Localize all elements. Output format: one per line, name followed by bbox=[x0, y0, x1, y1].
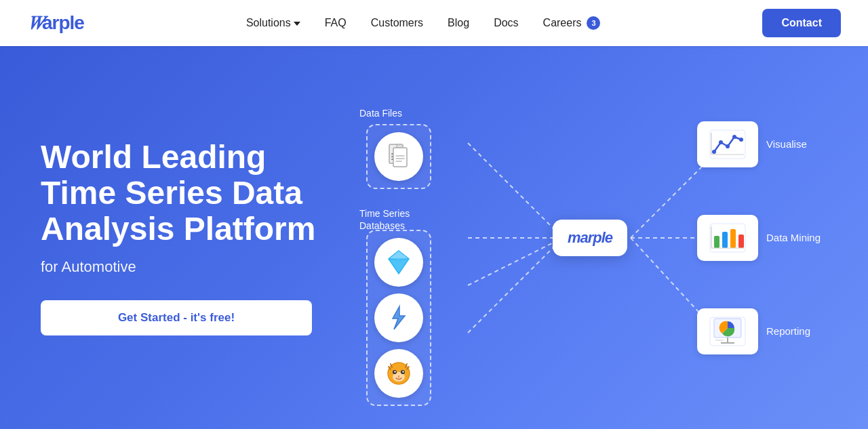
logo-m-icon: 𝑊 bbox=[27, 12, 42, 33]
nav-item-solutions[interactable]: Solutions bbox=[246, 17, 300, 29]
svg-rect-12 bbox=[393, 148, 407, 167]
navbar: 𝑊arple Solutions FAQ Customers Blog bbox=[0, 0, 868, 46]
svg-point-32 bbox=[712, 150, 716, 154]
customers-label: Customers bbox=[371, 17, 423, 28]
hero-cta-button[interactable]: Get Started - it's free! bbox=[41, 300, 312, 335]
nav-item-careers[interactable]: Careers 3 bbox=[543, 16, 601, 30]
svg-point-25 bbox=[402, 371, 403, 372]
nav-links: Solutions FAQ Customers Blog Docs bbox=[246, 16, 601, 30]
careers-link[interactable]: Careers bbox=[543, 17, 582, 29]
logo[interactable]: 𝑊arple bbox=[27, 12, 84, 35]
visualise-icon-box bbox=[697, 121, 758, 167]
reporting-label: Reporting bbox=[766, 325, 827, 337]
faq-label: FAQ bbox=[325, 17, 347, 28]
reporting-icon-box bbox=[697, 308, 758, 354]
svg-rect-41 bbox=[722, 232, 728, 248]
output-reporting: Reporting bbox=[697, 308, 827, 354]
svg-line-6 bbox=[631, 238, 705, 319]
svg-point-36 bbox=[739, 138, 743, 142]
careers-badge: 3 bbox=[587, 16, 600, 30]
output-visualise: Visualise bbox=[697, 121, 827, 167]
nav-item-blog[interactable]: Blog bbox=[448, 17, 469, 29]
svg-line-0 bbox=[468, 143, 563, 238]
time-series-box bbox=[366, 230, 431, 406]
hero-title: World Leading Time Series Data Analysis … bbox=[41, 140, 339, 247]
data-mining-chart-icon bbox=[709, 222, 747, 253]
data-mining-label: Data Mining bbox=[766, 232, 827, 243]
svg-point-35 bbox=[732, 135, 736, 139]
nav-item-docs[interactable]: Docs bbox=[494, 17, 518, 29]
chevron-down-icon bbox=[294, 22, 300, 26]
faq-link[interactable]: FAQ bbox=[325, 17, 347, 28]
svg-rect-43 bbox=[738, 234, 744, 248]
solutions-link[interactable]: Solutions bbox=[246, 17, 300, 29]
database-icon-3 bbox=[374, 349, 423, 398]
visualise-chart-icon bbox=[709, 129, 747, 160]
time-series-label: Time SeriesDatabases bbox=[359, 207, 410, 232]
nav-item-customers[interactable]: Customers bbox=[371, 17, 423, 29]
time-series-label-text: Time SeriesDatabases bbox=[359, 208, 410, 231]
svg-point-24 bbox=[394, 371, 395, 372]
output-data-mining: Data Mining bbox=[697, 215, 827, 261]
hero-section: World Leading Time Series Data Analysis … bbox=[0, 46, 868, 429]
hero-diagram: Data Files Time bbox=[353, 75, 827, 401]
docs-label: Docs bbox=[494, 17, 518, 28]
hero-left: World Leading Time Series Data Analysis … bbox=[41, 140, 339, 335]
data-mining-icon-box bbox=[697, 215, 758, 261]
center-marple-logo: marple bbox=[553, 220, 627, 256]
data-files-box bbox=[366, 124, 431, 189]
reporting-chart-icon bbox=[709, 316, 747, 347]
nav-item-faq[interactable]: FAQ bbox=[325, 17, 347, 29]
blog-link[interactable]: Blog bbox=[448, 17, 469, 28]
database-icon-1 bbox=[374, 238, 423, 287]
svg-point-33 bbox=[719, 140, 723, 144]
database-icon-2 bbox=[374, 293, 423, 342]
hero-subtitle: for Automotive bbox=[41, 258, 339, 276]
svg-rect-42 bbox=[730, 229, 736, 248]
svg-line-4 bbox=[631, 163, 705, 238]
data-files-label: Data Files bbox=[359, 108, 402, 119]
blog-label: Blog bbox=[448, 17, 469, 28]
svg-line-2 bbox=[468, 238, 563, 285]
docs-link[interactable]: Docs bbox=[494, 17, 518, 28]
customers-link[interactable]: Customers bbox=[371, 17, 423, 28]
svg-rect-40 bbox=[714, 236, 719, 248]
careers-label: Careers bbox=[543, 17, 582, 28]
svg-marker-19 bbox=[393, 306, 405, 329]
data-files-icon bbox=[374, 132, 423, 181]
svg-point-34 bbox=[726, 144, 730, 148]
visualise-label: Visualise bbox=[766, 138, 827, 150]
contact-button[interactable]: Contact bbox=[762, 9, 841, 37]
svg-line-3 bbox=[468, 238, 563, 333]
document-icon bbox=[384, 142, 413, 171]
center-logo-text: marple bbox=[568, 229, 612, 246]
solutions-label: Solutions bbox=[246, 17, 291, 29]
